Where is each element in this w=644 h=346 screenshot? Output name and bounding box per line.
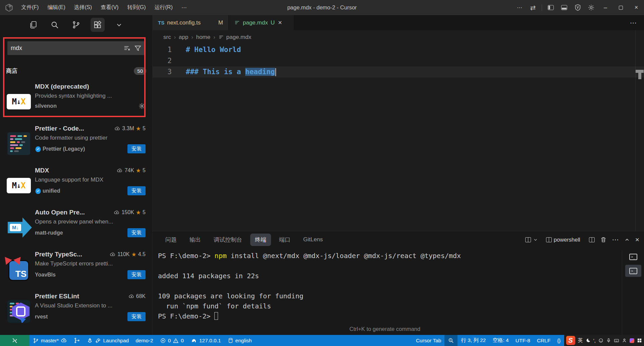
tab-page-mdx[interactable]: page.mdx U ×	[229, 15, 294, 30]
close-panel-icon[interactable]: ×	[635, 236, 639, 244]
terminal[interactable]: PS F:\demo-2> npm install @next/mdx @mdx…	[153, 248, 644, 335]
clear-filter-icon[interactable]	[123, 45, 131, 52]
extension-row-auto-open-preview[interactable]: M↓ Auto Open Pre... 150K ★ 5 Opens a pre…	[0, 205, 152, 247]
panel-tab-gitlens[interactable]: GitLens	[299, 234, 328, 245]
menu-overflow[interactable]: ⋯	[177, 0, 191, 15]
manage-gear-icon[interactable]	[138, 102, 146, 110]
install-button[interactable]: 安装	[127, 186, 146, 195]
search-icon[interactable]	[48, 18, 62, 32]
source-control-icon[interactable]	[69, 18, 83, 32]
extension-stats: 68K	[128, 293, 146, 299]
panel-more-icon[interactable]: ⋯	[612, 236, 619, 244]
launch-profile-button[interactable]	[525, 237, 538, 242]
extensions-icon[interactable]	[91, 18, 105, 32]
extension-stats: 3.3M ★ 5	[114, 125, 146, 132]
extension-row-mdx-deprecated[interactable]: M↓X MDX (deprecated) Provides syntax hig…	[0, 79, 152, 121]
chevron-down-icon[interactable]	[112, 18, 126, 32]
tab-next-config-ts[interactable]: TS next.config.ts M	[153, 15, 229, 30]
editor[interactable]: src › app › home › page.mdx 1 # Hello Wo…	[153, 30, 644, 231]
eol-sequence[interactable]: CRLF	[534, 335, 554, 346]
problems-status[interactable]: 0 0	[157, 335, 187, 346]
panel-tab-debug-console[interactable]: 调试控制台	[209, 234, 247, 246]
user-icon[interactable]	[622, 338, 627, 343]
rating-star-icon: ★	[136, 209, 141, 216]
sogou-ime-icon[interactable]: S	[566, 336, 575, 345]
maximize-panel-icon[interactable]	[624, 237, 630, 243]
remote-indicator[interactable]	[0, 335, 30, 346]
window-restore-button[interactable]	[613, 0, 629, 15]
menu-file[interactable]: 文件(F)	[17, 0, 43, 15]
microphone-icon[interactable]	[606, 338, 611, 343]
extensions-search-input[interactable]	[11, 45, 120, 52]
menu-goto[interactable]: 转到(G)	[123, 0, 150, 15]
cursor-tab-status[interactable]: Cursor Tab	[413, 335, 445, 346]
modified-badge: M	[218, 19, 223, 26]
breadcrumb-item-app[interactable]: app	[179, 34, 188, 41]
mdx-file-icon	[218, 35, 224, 40]
breadcrumb-item-src[interactable]: src	[163, 34, 171, 41]
install-button[interactable]: 安装	[127, 270, 146, 279]
panel-tab-ports[interactable]: 端口	[274, 234, 295, 246]
commit-graph-button[interactable]	[70, 335, 84, 346]
zoom-search-icon[interactable]	[444, 335, 458, 346]
terminal-line: PS F:\demo-2> npm install @next/mdx @mdx…	[158, 251, 644, 261]
language-mode[interactable]: {}	[554, 335, 564, 346]
git-branch-status[interactable]: master*	[30, 335, 70, 346]
launchpad-button[interactable]: Launchpad	[84, 335, 132, 346]
terminal-tabs-list: >_ >_	[622, 250, 644, 335]
panel-tab-output[interactable]: 输出	[185, 234, 206, 246]
terminal-session-powershell[interactable]: powershell	[546, 237, 580, 243]
error-icon	[160, 338, 166, 344]
toggle-panel-icon[interactable]	[557, 2, 571, 13]
keyboard-icon[interactable]	[614, 338, 619, 343]
extension-row-pretty-typescript[interactable]: TS Pretty TypeSc... 110K ★ 4.5 Make Type…	[0, 247, 152, 289]
window-close-button[interactable]: ×	[629, 0, 644, 15]
privacy-shield-icon[interactable]	[571, 2, 584, 13]
kill-terminal-trash-icon[interactable]	[600, 236, 607, 243]
moon-icon[interactable]	[586, 338, 591, 343]
minimap	[635, 30, 644, 231]
emoji-icon[interactable]	[598, 338, 603, 343]
panel-tab-terminal[interactable]: 终端	[250, 234, 271, 246]
terminal-line	[158, 261, 644, 271]
layout-swap-icon[interactable]: ⇄	[526, 2, 540, 13]
repo-name[interactable]: demo-2	[132, 335, 157, 346]
toolbox-grid-icon[interactable]	[637, 338, 642, 343]
skin-palette-icon[interactable]	[630, 338, 634, 343]
close-tab-icon[interactable]: ×	[278, 19, 282, 27]
terminal-tab-powershell-active[interactable]: >_	[625, 265, 641, 277]
ime-mode-icon[interactable]: 英	[578, 337, 583, 344]
install-button[interactable]: 安装	[127, 144, 146, 153]
mdx-extension-icon: M↓X	[7, 178, 31, 193]
extension-row-mdx[interactable]: M↓X MDX 74K ★ 5 Language support for MDX	[0, 163, 152, 205]
install-button[interactable]: 安装	[127, 312, 146, 321]
install-button[interactable]: 安装	[127, 228, 146, 237]
punctuation-icon[interactable]: ’,	[593, 338, 596, 343]
marketplace-section-header[interactable]: 商店 50	[0, 67, 152, 75]
elephant-icon	[191, 337, 197, 344]
menu-view[interactable]: 查看(V)	[96, 0, 123, 15]
panel-tab-problems[interactable]: 问题	[161, 234, 181, 246]
extension-row-prettier-eslint[interactable]: Prettier ESLint 68K A Visual Studio Exte…	[0, 289, 152, 331]
settings-gear-icon[interactable]	[584, 2, 598, 13]
filter-funnel-icon[interactable]	[134, 45, 142, 52]
menu-edit[interactable]: 编辑(E)	[43, 0, 69, 15]
explorer-icon[interactable]	[26, 18, 40, 32]
terminal-tab-powershell[interactable]: >_	[625, 251, 641, 263]
verified-publisher-icon	[35, 146, 41, 152]
breadcrumb-item-file[interactable]: page.mdx	[218, 34, 252, 41]
dictionary-language[interactable]: english	[224, 335, 255, 346]
split-terminal-icon[interactable]	[589, 237, 595, 242]
menu-run[interactable]: 运行(R)	[150, 0, 177, 15]
postgres-host[interactable]: 127.0.0.1	[187, 335, 224, 346]
titlebar-more-icon[interactable]: ⋯	[513, 2, 526, 13]
toggle-sidebar-icon[interactable]	[544, 2, 557, 13]
cursor-position[interactable]: 行 3, 列 22	[458, 335, 489, 346]
extension-row-prettier[interactable]: Prettier - Code... 3.3M ★ 5 Code formatt…	[0, 121, 152, 163]
window-minimize-button[interactable]: –	[598, 0, 613, 15]
breadcrumb-item-home[interactable]: home	[196, 34, 211, 41]
indentation[interactable]: 空格: 4	[489, 335, 512, 346]
encoding[interactable]: UTF-8	[512, 335, 534, 346]
menu-selection[interactable]: 选择(S)	[70, 0, 96, 15]
tabbar-overflow-icon[interactable]: ⋯	[630, 15, 644, 30]
